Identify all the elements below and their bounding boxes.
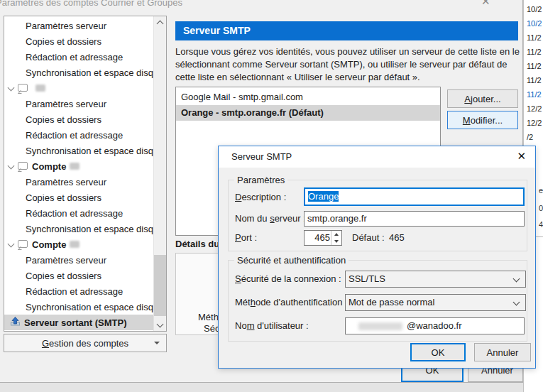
- port-default-value: 465: [389, 232, 405, 243]
- sidebar-item-label: Copies et dossiers: [26, 192, 102, 203]
- manage-accounts-label: Gestion des comptes: [42, 338, 128, 349]
- sidebar-item[interactable]: Rédaction et adressage: [4, 283, 154, 299]
- scroll-up-icon[interactable]: [154, 16, 166, 28]
- sidebar-item[interactable]: Paramètres serveur: [4, 252, 154, 268]
- sidebar-item-label: Serveur sortant (SMTP): [24, 317, 126, 328]
- spin-down-icon[interactable]: [331, 238, 341, 245]
- mail-date: /2: [524, 130, 543, 144]
- redacted-text: [70, 163, 79, 170]
- scroll-down-icon[interactable]: [154, 319, 166, 331]
- sidebar-item[interactable]: Rédaction et adressage: [4, 49, 154, 65]
- manage-accounts-button[interactable]: Gestion des comptes: [4, 334, 167, 352]
- sidebar-item[interactable]: Copies et dossiers: [4, 111, 154, 127]
- account-icon: [18, 162, 28, 170]
- mail-date: 11/2: [524, 73, 543, 87]
- sidebar-item-label: Compte: [32, 239, 66, 250]
- add-button[interactable]: Ajouter...: [447, 89, 518, 108]
- sidebar-item-label: Paramètres serveur: [26, 99, 106, 109]
- sidebar-item-label: Synchronisation et espace disque: [26, 67, 154, 78]
- chevron-down-icon: [513, 276, 520, 283]
- auth-method-select[interactable]: Mot de passe normal: [345, 294, 526, 311]
- sidebar-item[interactable]: Compte: [4, 236, 154, 252]
- settings-group-legend: Paramètres: [234, 175, 287, 185]
- sidebar-item-label: Synchronisation et espace disque: [26, 224, 154, 234]
- sidebar-item-label: Copies et dossiers: [26, 271, 102, 281]
- sidebar-item-label: Compte: [32, 161, 66, 172]
- description-input[interactable]: Orange: [304, 187, 525, 206]
- sidebar-item[interactable]: Synchronisation et espace disque: [4, 143, 154, 158]
- panel-description: Lorsque vous gérez vos identités, vous p…: [175, 45, 523, 84]
- mail-date: 12/2: [524, 116, 543, 130]
- mail-date: 11/2: [524, 45, 543, 59]
- mail-text-fragment: 0: [539, 204, 543, 212]
- sidebar-item[interactable]: Synchronisation et espace disque: [4, 299, 154, 315]
- smtp-server-item[interactable]: Google Mail - smtp.gmail.com: [176, 89, 440, 105]
- sidebar-item[interactable]: Paramètres serveur: [4, 96, 154, 111]
- port-default-label: Défaut :: [352, 232, 385, 243]
- details-heading: Détails du: [175, 239, 219, 249]
- account-icon: [18, 84, 28, 92]
- description-label: Description :: [235, 192, 286, 202]
- close-icon[interactable]: ✕: [481, 0, 490, 8]
- server-name-label: Nom du serveur :: [235, 213, 306, 224]
- sidebar-item-label: Paramètres serveur: [26, 177, 106, 187]
- dialog-ok-button[interactable]: OK: [410, 343, 466, 361]
- chevron-down-icon: [513, 299, 520, 306]
- sidebar-item[interactable]: Synchronisation et espace disque: [4, 221, 154, 236]
- sidebar-scrollbar[interactable]: [153, 16, 166, 331]
- server-name-input[interactable]: smtp.orange.fr: [304, 211, 525, 227]
- sidebar-item[interactable]: Copies et dossiers: [4, 268, 154, 283]
- sidebar-item[interactable]: Paramètres serveur: [4, 174, 154, 190]
- redacted-text: [35, 85, 45, 92]
- port-label: Port :: [235, 232, 257, 243]
- sidebar-item[interactable]: Rédaction et adressage: [4, 205, 154, 221]
- send-icon: [10, 317, 21, 328]
- sidebar-item[interactable]: Copies et dossiers: [4, 33, 154, 49]
- account-icon: [18, 240, 28, 248]
- mail-text-fragment: e: [539, 186, 543, 195]
- edit-button[interactable]: Modifier...: [447, 111, 518, 129]
- sidebar-item[interactable]: Synchronisation et espace disque: [4, 65, 154, 80]
- chevron-down-icon[interactable]: [8, 84, 15, 91]
- sidebar-item[interactable]: Copies et dossiers: [4, 190, 154, 205]
- port-value: 465: [314, 231, 330, 245]
- sidebar-item-label: Paramètres serveur: [26, 255, 106, 266]
- sidebar-item-label: Rédaction et adressage: [26, 208, 123, 219]
- sidebar-item-label: Copies et dossiers: [26, 36, 102, 47]
- mail-date: 10/2: [524, 16, 543, 31]
- mail-date: 12/2: [524, 102, 543, 116]
- sidebar-item[interactable]: [4, 80, 154, 96]
- accounts-tree: Paramètres serveur Copies et dossiers Ré…: [4, 16, 167, 332]
- connection-security-label: Sécurité de la connexion :: [235, 273, 341, 284]
- sidebar-item-label: Rédaction et adressage: [26, 130, 123, 141]
- port-stepper[interactable]: 465: [304, 230, 342, 246]
- close-icon[interactable]: ✕: [517, 150, 526, 163]
- username-input[interactable]: @wanadoo.fr: [345, 317, 525, 334]
- sidebar-item-label: Copies et dossiers: [26, 114, 102, 125]
- mail-date: 11/2: [524, 59, 543, 73]
- spin-up-icon[interactable]: [331, 231, 341, 238]
- scrollbar-thumb[interactable]: [154, 255, 166, 316]
- sidebar-item[interactable]: Paramètres serveur: [4, 18, 154, 33]
- sidebar-item[interactable]: Rédaction et adressage: [4, 127, 154, 143]
- panel-header: Serveur SMTP: [175, 21, 518, 40]
- window-title: Paramètres des comptes Courrier et Group…: [0, 0, 182, 8]
- sidebar-item-label: Synchronisation et espace disque: [26, 302, 154, 312]
- smtp-server-item[interactable]: Orange - smtp.orange.fr (Défaut): [176, 105, 440, 121]
- dialog-title: Serveur SMTP: [231, 151, 292, 162]
- chevron-down-icon[interactable]: [8, 240, 15, 247]
- connection-security-select[interactable]: SSL/TLS: [345, 271, 526, 288]
- dialog-titlebar: Serveur SMTP ✕: [219, 146, 535, 168]
- mail-date: 11/2: [524, 87, 543, 102]
- mail-date: 11/2: [524, 31, 543, 45]
- sidebar-item[interactable]: Serveur sortant (SMTP): [4, 315, 154, 330]
- sidebar-item-label: Synchronisation et espace disque: [26, 146, 154, 156]
- username-label: Nom d'utilisateur :: [235, 320, 309, 331]
- sidebar-item[interactable]: Compte: [4, 158, 154, 174]
- chevron-down-icon[interactable]: [8, 162, 15, 169]
- sidebar-item-label: Rédaction et adressage: [26, 52, 123, 62]
- dialog-cancel-button[interactable]: Annuler: [474, 343, 531, 361]
- redacted-text: [70, 241, 79, 248]
- sidebar-item-label: Paramètres serveur: [26, 21, 106, 31]
- sidebar-item-label: Rédaction et adressage: [26, 286, 123, 297]
